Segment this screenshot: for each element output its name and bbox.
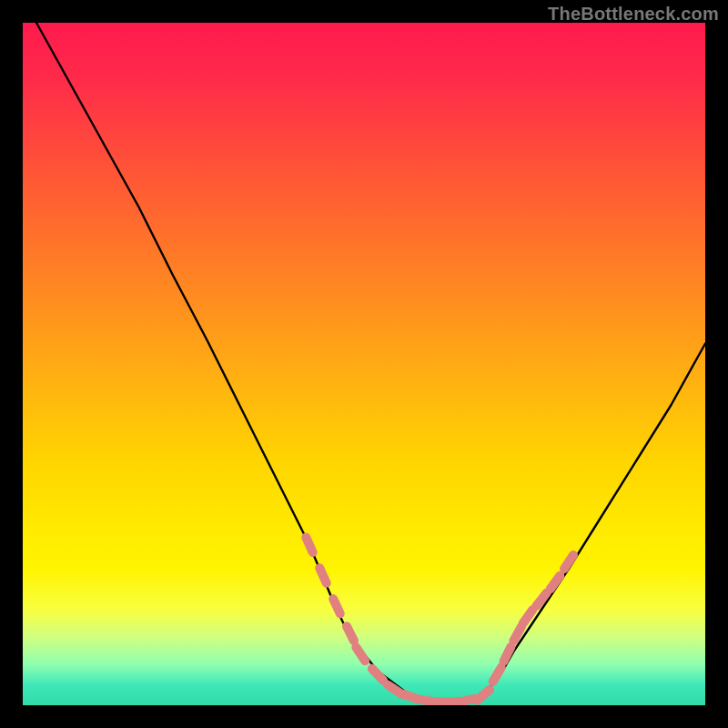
curve-marker-dash [306,538,312,553]
curve-marker-dash [347,626,354,641]
curve-marker-dash [493,668,501,682]
curve-marker-dash [564,555,573,569]
chart-frame: TheBottleneck.com [0,0,728,728]
curve-path [36,23,705,702]
curve-marker-dash [459,699,475,703]
plot-area [23,23,705,705]
curve-marker-dash [513,626,521,641]
curve-marker-dash [477,690,490,701]
curve-marker-dash [356,647,365,661]
bottleneck-curve [23,23,705,705]
curve-marker-dash [551,576,561,590]
curve-marker-dash [523,610,532,623]
curve-marker-dash [333,599,340,613]
curve-marker-dash [319,568,326,582]
watermark-text: TheBottleneck.com [548,4,719,25]
curve-marker-dash [372,669,383,681]
